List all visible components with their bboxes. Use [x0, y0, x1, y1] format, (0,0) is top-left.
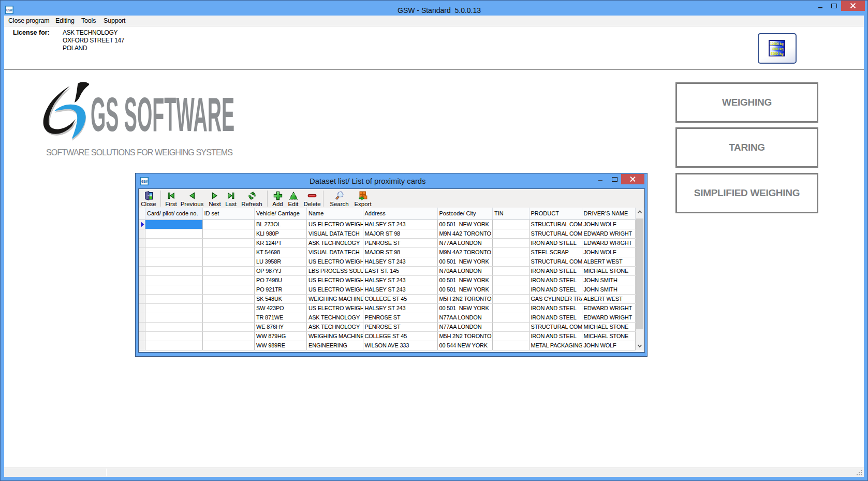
svg-text:GSW: GSW: [6, 8, 12, 12]
svg-text:GS SOFTWARE: GS SOFTWARE: [91, 93, 234, 135]
svg-text:12600 kg: 12600 kg: [770, 42, 784, 46]
svg-text:800 kg: 800 kg: [772, 47, 783, 51]
svg-text:9500 kg: 9500 kg: [771, 52, 784, 56]
svg-text:GSW: GSW: [141, 179, 148, 184]
